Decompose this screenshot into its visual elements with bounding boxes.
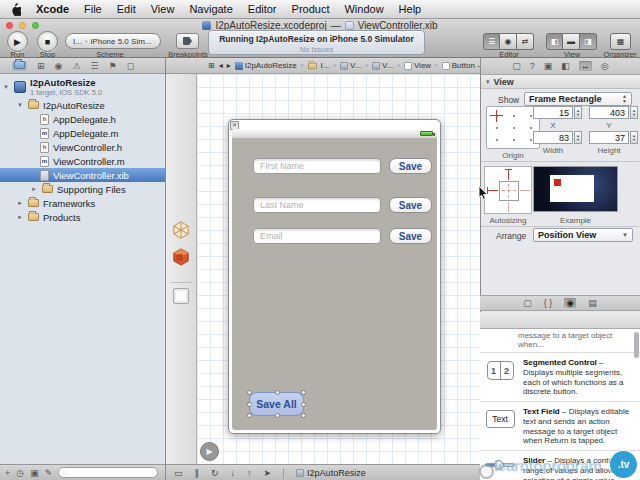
files-owner-icon[interactable] — [172, 221, 190, 243]
version-editor-button[interactable]: ⇄ — [517, 33, 534, 50]
selection-handle[interactable] — [275, 390, 280, 395]
view-object-icon[interactable] — [173, 288, 189, 304]
disclosure-closed-icon[interactable]: ▸ — [16, 199, 24, 207]
crumb-view[interactable]: View — [404, 61, 431, 70]
debug-process-label[interactable]: I2pAutoResize — [296, 468, 366, 478]
scm-status-icon[interactable]: ▣ — [30, 468, 39, 478]
object-library-tab[interactable]: ◉ — [564, 298, 576, 308]
menu-product[interactable]: Product — [292, 3, 330, 15]
menu-editor[interactable]: Editor — [248, 3, 277, 15]
library-item-slider[interactable]: Slider – Displays a continuous range of … — [480, 451, 640, 480]
selection-handle[interactable] — [301, 390, 306, 395]
origin-selector[interactable] — [486, 106, 540, 149]
editor-canvas[interactable]: ✕ First Name Save Last Name Save Email S… — [197, 74, 480, 464]
menu-file[interactable]: File — [84, 3, 102, 15]
arrange-dropdown[interactable]: Position View ▼ — [533, 228, 633, 242]
show-dropdown[interactable]: Frame Rectangle ▲▼ — [524, 92, 632, 106]
object-library-list[interactable]: message to a target object when... 1 2 S… — [480, 329, 640, 480]
media-library-tab[interactable]: ▤ — [588, 298, 597, 308]
save-all-button-selected[interactable]: Save All — [249, 392, 304, 416]
menu-xcode[interactable]: Xcode — [36, 3, 69, 15]
tree-item-viewcontroller-m[interactable]: m ViewController.m — [0, 154, 165, 168]
height-field[interactable]: 37 — [589, 131, 629, 144]
save-button-2[interactable]: Save — [389, 197, 432, 213]
disclosure-open-icon[interactable]: ▾ — [2, 83, 10, 91]
disclosure-closed-icon[interactable]: ▸ — [16, 213, 24, 221]
project-navigator-tab[interactable] — [12, 61, 27, 71]
selection-handle[interactable] — [247, 402, 252, 407]
organizer-button[interactable]: ▦ — [610, 33, 631, 50]
file-template-library-tab[interactable]: ▢ — [523, 298, 532, 308]
autosizing-control[interactable] — [484, 166, 532, 214]
disclosure-closed-icon[interactable]: ▸ — [30, 185, 38, 193]
menu-help[interactable]: Help — [399, 3, 422, 15]
menu-window[interactable]: Window — [344, 3, 383, 15]
size-inspector-tab[interactable]: ↔ — [579, 61, 592, 71]
width-field[interactable]: 83 — [533, 131, 573, 144]
menu-edit[interactable]: Edit — [117, 3, 136, 15]
standard-editor-button[interactable]: ☰ — [483, 33, 500, 50]
inner-v-arrow-icon[interactable] — [508, 184, 509, 198]
attributes-inspector-tab[interactable]: ◧ — [561, 61, 570, 71]
crumb-controller[interactable]: V... — [372, 61, 393, 70]
crumb-button-save-all[interactable]: Button – Save All — [442, 61, 480, 70]
last-name-field[interactable]: Last Name — [253, 197, 381, 213]
forward-icon[interactable]: ▸ — [227, 61, 231, 70]
debug-navigator-tab[interactable]: ☰ — [90, 61, 98, 71]
utilities-toggle-button[interactable]: ◨ — [580, 33, 597, 50]
menu-view[interactable]: View — [151, 3, 175, 15]
first-name-field[interactable]: First Name — [253, 158, 381, 174]
library-item-segmented-control[interactable]: 1 2 Segmented Control – Displays multipl… — [480, 353, 640, 402]
view-section-header[interactable]: ▾ View — [481, 75, 640, 89]
search-navigator-tab[interactable]: ◉ — [55, 61, 63, 71]
first-responder-icon[interactable] — [172, 248, 190, 270]
inner-h-arrow-icon[interactable] — [502, 190, 516, 191]
identity-inspector-tab[interactable]: ▣ — [544, 61, 553, 71]
tree-item-group[interactable]: ▾ I2pAutoResize — [0, 98, 165, 112]
selection-handle[interactable] — [247, 413, 252, 418]
selection-handle[interactable] — [275, 413, 280, 418]
y-field[interactable]: 403 — [589, 106, 629, 119]
filter-search-field[interactable]: ◌ — [58, 467, 158, 478]
add-button[interactable]: + — [5, 468, 10, 478]
tree-item-viewcontroller-h[interactable]: h ViewController.h — [0, 140, 165, 154]
console-toggle-icon[interactable]: ▭ — [174, 468, 183, 478]
ios-root-view[interactable]: First Name Save Last Name Save Email Sav… — [232, 138, 437, 430]
x-field[interactable]: 15 — [533, 106, 573, 119]
related-items-icon[interactable]: ⊞ — [208, 61, 215, 70]
tree-item-project[interactable]: ▾ I2pAutoResize 1 target, iOS SDK 5.0 — [0, 76, 165, 98]
email-field[interactable]: Email — [253, 228, 381, 244]
issue-navigator-tab[interactable]: ⚠ — [72, 61, 80, 71]
tree-item-viewcontroller-xib-selected[interactable]: ViewController.xib — [0, 168, 165, 182]
height-stepper[interactable]: ▲▼ — [630, 131, 638, 144]
selection-handle[interactable] — [247, 390, 252, 395]
tree-item-supporting-files[interactable]: ▸ Supporting Files — [0, 182, 165, 196]
video-play-overlay[interactable]: ▶ — [200, 442, 219, 461]
iphone-view-window[interactable]: ✕ First Name Save Last Name Save Email S… — [228, 119, 441, 434]
left-strut-icon[interactable] — [488, 190, 498, 191]
tree-item-products[interactable]: ▸ Products — [0, 210, 165, 224]
disclosure-open-icon[interactable]: ▾ — [16, 101, 24, 109]
assistant-editor-button[interactable]: ◉ — [500, 33, 517, 50]
stop-button[interactable]: ■ — [37, 31, 58, 52]
crumb-group[interactable]: I... — [307, 61, 329, 70]
file-inspector-tab[interactable]: ▢ — [512, 61, 521, 71]
right-strut-icon[interactable] — [520, 190, 530, 191]
y-stepper[interactable]: ▲▼ — [630, 106, 638, 119]
tree-item-frameworks[interactable]: ▸ Frameworks — [0, 196, 165, 210]
step-out-icon[interactable]: ↑ — [247, 468, 252, 478]
breakpoints-button[interactable] — [176, 33, 199, 49]
menu-navigate[interactable]: Navigate — [189, 3, 232, 15]
recent-files-icon[interactable]: ◷ — [16, 468, 24, 478]
back-icon[interactable]: ◂ — [219, 61, 223, 70]
symbol-navigator-tab[interactable]: ⊞ — [37, 61, 45, 71]
quick-help-inspector-tab[interactable]: ? — [530, 61, 535, 71]
x-stepper[interactable]: ▲▼ — [574, 106, 582, 119]
scheme-selector[interactable]: I... › iPhone 5.0 Sim... — [65, 33, 161, 49]
selection-handle[interactable] — [301, 413, 306, 418]
navigator-toggle-button[interactable]: ◧ — [546, 33, 563, 50]
save-button-3[interactable]: Save — [389, 228, 432, 244]
library-scrollbar[interactable] — [634, 332, 639, 358]
code-snippet-library-tab[interactable]: { } — [544, 298, 553, 308]
connections-inspector-tab[interactable]: ◎ — [601, 61, 609, 71]
